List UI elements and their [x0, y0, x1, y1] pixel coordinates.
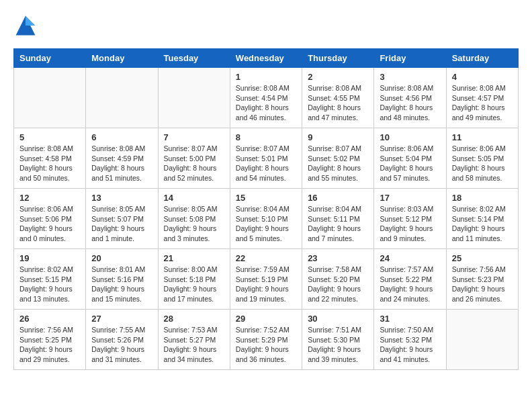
- day-number: 4: [452, 72, 513, 82]
- day-info: Sunrise: 7:50 AM Sunset: 5:32 PM Dayligh…: [380, 325, 440, 365]
- day-number: 27: [91, 314, 152, 324]
- calendar-cell: 24Sunrise: 7:57 AM Sunset: 5:22 PM Dayli…: [374, 249, 446, 310]
- day-number: 18: [452, 193, 513, 203]
- calendar-cell: 5Sunrise: 8:08 AM Sunset: 4:58 PM Daylig…: [14, 128, 86, 189]
- day-number: 1: [236, 72, 296, 82]
- calendar-cell: 3Sunrise: 8:08 AM Sunset: 4:56 PM Daylig…: [374, 68, 446, 128]
- day-number: 12: [19, 193, 80, 203]
- calendar-cell: 30Sunrise: 7:51 AM Sunset: 5:30 PM Dayli…: [302, 310, 374, 370]
- calendar-cell: 25Sunrise: 7:56 AM Sunset: 5:23 PM Dayli…: [446, 249, 518, 310]
- calendar-week-row: 19Sunrise: 8:02 AM Sunset: 5:15 PM Dayli…: [14, 249, 519, 310]
- day-number: 10: [380, 132, 440, 142]
- day-info: Sunrise: 8:05 AM Sunset: 5:08 PM Dayligh…: [164, 204, 224, 244]
- calendar-cell: 20Sunrise: 8:01 AM Sunset: 5:16 PM Dayli…: [86, 249, 158, 310]
- day-info: Sunrise: 8:06 AM Sunset: 5:05 PM Dayligh…: [452, 144, 513, 183]
- calendar-week-row: 1Sunrise: 8:08 AM Sunset: 4:54 PM Daylig…: [14, 68, 519, 128]
- weekday-header-row: SundayMondayTuesdayWednesdayThursdayFrid…: [14, 49, 519, 68]
- day-info: Sunrise: 8:08 AM Sunset: 4:57 PM Dayligh…: [452, 83, 513, 123]
- day-info: Sunrise: 8:08 AM Sunset: 4:59 PM Dayligh…: [91, 144, 152, 183]
- calendar-cell: 15Sunrise: 8:04 AM Sunset: 5:10 PM Dayli…: [230, 189, 302, 249]
- svg-marker-1: [26, 16, 35, 26]
- day-number: 26: [19, 314, 80, 324]
- calendar-week-row: 12Sunrise: 8:06 AM Sunset: 5:06 PM Dayli…: [14, 189, 519, 249]
- day-info: Sunrise: 8:08 AM Sunset: 4:56 PM Dayligh…: [380, 83, 440, 123]
- day-info: Sunrise: 8:06 AM Sunset: 5:04 PM Dayligh…: [380, 144, 440, 183]
- day-number: 7: [164, 132, 224, 142]
- weekday-header-thursday: Thursday: [302, 49, 374, 68]
- logo-icon: [13, 13, 38, 38]
- day-number: 16: [308, 193, 368, 203]
- calendar-cell: [14, 68, 86, 128]
- day-info: Sunrise: 7:56 AM Sunset: 5:25 PM Dayligh…: [19, 325, 80, 365]
- calendar-cell: 31Sunrise: 7:50 AM Sunset: 5:32 PM Dayli…: [374, 310, 446, 370]
- day-number: 2: [308, 72, 368, 82]
- calendar-cell: 11Sunrise: 8:06 AM Sunset: 5:05 PM Dayli…: [446, 128, 518, 189]
- calendar-cell: [158, 68, 230, 128]
- day-number: 14: [164, 193, 224, 203]
- calendar-cell: 12Sunrise: 8:06 AM Sunset: 5:06 PM Dayli…: [14, 189, 86, 249]
- calendar-body: 1Sunrise: 8:08 AM Sunset: 4:54 PM Daylig…: [14, 68, 519, 370]
- calendar-cell: 22Sunrise: 7:59 AM Sunset: 5:19 PM Dayli…: [230, 249, 302, 310]
- weekday-header-tuesday: Tuesday: [158, 49, 230, 68]
- calendar-cell: [86, 68, 158, 128]
- day-number: 8: [236, 132, 296, 142]
- calendar-cell: 18Sunrise: 8:02 AM Sunset: 5:14 PM Dayli…: [446, 189, 518, 249]
- day-info: Sunrise: 7:51 AM Sunset: 5:30 PM Dayligh…: [308, 325, 368, 365]
- weekday-header-monday: Monday: [86, 49, 158, 68]
- day-number: 6: [91, 132, 152, 142]
- weekday-header-wednesday: Wednesday: [230, 49, 302, 68]
- day-info: Sunrise: 8:07 AM Sunset: 5:00 PM Dayligh…: [164, 144, 224, 183]
- day-info: Sunrise: 8:02 AM Sunset: 5:15 PM Dayligh…: [19, 265, 80, 304]
- day-number: 9: [308, 132, 368, 142]
- calendar-cell: 8Sunrise: 8:07 AM Sunset: 5:01 PM Daylig…: [230, 128, 302, 189]
- day-info: Sunrise: 8:02 AM Sunset: 5:14 PM Dayligh…: [452, 204, 513, 244]
- day-number: 11: [452, 132, 513, 142]
- calendar-cell: 21Sunrise: 8:00 AM Sunset: 5:18 PM Dayli…: [158, 249, 230, 310]
- day-number: 31: [380, 314, 440, 324]
- day-info: Sunrise: 8:04 AM Sunset: 5:11 PM Dayligh…: [308, 204, 368, 244]
- day-info: Sunrise: 7:58 AM Sunset: 5:20 PM Dayligh…: [308, 265, 368, 304]
- day-info: Sunrise: 8:07 AM Sunset: 5:02 PM Dayligh…: [308, 144, 368, 183]
- day-info: Sunrise: 8:00 AM Sunset: 5:18 PM Dayligh…: [164, 265, 224, 304]
- calendar-cell: 10Sunrise: 8:06 AM Sunset: 5:04 PM Dayli…: [374, 128, 446, 189]
- day-number: 19: [19, 253, 80, 263]
- calendar-week-row: 26Sunrise: 7:56 AM Sunset: 5:25 PM Dayli…: [14, 310, 519, 370]
- calendar-cell: 9Sunrise: 8:07 AM Sunset: 5:02 PM Daylig…: [302, 128, 374, 189]
- page-header: [13, 13, 519, 38]
- calendar-cell: 16Sunrise: 8:04 AM Sunset: 5:11 PM Dayli…: [302, 189, 374, 249]
- day-number: 29: [236, 314, 296, 324]
- calendar-header: SundayMondayTuesdayWednesdayThursdayFrid…: [14, 49, 519, 68]
- day-info: Sunrise: 8:08 AM Sunset: 4:58 PM Dayligh…: [19, 144, 80, 183]
- day-number: 17: [380, 193, 440, 203]
- day-number: 3: [380, 72, 440, 82]
- calendar-cell: 14Sunrise: 8:05 AM Sunset: 5:08 PM Dayli…: [158, 189, 230, 249]
- day-info: Sunrise: 8:01 AM Sunset: 5:16 PM Dayligh…: [91, 265, 152, 304]
- day-number: 21: [164, 253, 224, 263]
- day-number: 13: [91, 193, 152, 203]
- calendar-cell: [446, 310, 518, 370]
- day-info: Sunrise: 7:52 AM Sunset: 5:29 PM Dayligh…: [236, 325, 296, 365]
- day-number: 30: [308, 314, 368, 324]
- day-number: 22: [236, 253, 296, 263]
- weekday-header-friday: Friday: [374, 49, 446, 68]
- day-info: Sunrise: 7:56 AM Sunset: 5:23 PM Dayligh…: [452, 265, 513, 304]
- day-info: Sunrise: 7:57 AM Sunset: 5:22 PM Dayligh…: [380, 265, 440, 304]
- weekday-header-saturday: Saturday: [446, 49, 518, 68]
- calendar-table: SundayMondayTuesdayWednesdayThursdayFrid…: [13, 48, 519, 370]
- day-info: Sunrise: 8:05 AM Sunset: 5:07 PM Dayligh…: [91, 204, 152, 244]
- calendar-cell: 19Sunrise: 8:02 AM Sunset: 5:15 PM Dayli…: [14, 249, 86, 310]
- day-number: 24: [380, 253, 440, 263]
- calendar-cell: 17Sunrise: 8:03 AM Sunset: 5:12 PM Dayli…: [374, 189, 446, 249]
- calendar-cell: 13Sunrise: 8:05 AM Sunset: 5:07 PM Dayli…: [86, 189, 158, 249]
- calendar-cell: 26Sunrise: 7:56 AM Sunset: 5:25 PM Dayli…: [14, 310, 86, 370]
- day-info: Sunrise: 8:08 AM Sunset: 4:55 PM Dayligh…: [308, 83, 368, 123]
- calendar-cell: 4Sunrise: 8:08 AM Sunset: 4:57 PM Daylig…: [446, 68, 518, 128]
- calendar-cell: 2Sunrise: 8:08 AM Sunset: 4:55 PM Daylig…: [302, 68, 374, 128]
- day-info: Sunrise: 7:59 AM Sunset: 5:19 PM Dayligh…: [236, 265, 296, 304]
- weekday-header-sunday: Sunday: [14, 49, 86, 68]
- day-info: Sunrise: 8:07 AM Sunset: 5:01 PM Dayligh…: [236, 144, 296, 183]
- calendar-cell: 27Sunrise: 7:55 AM Sunset: 5:26 PM Dayli…: [86, 310, 158, 370]
- day-number: 28: [164, 314, 224, 324]
- day-number: 20: [91, 253, 152, 263]
- calendar-cell: 28Sunrise: 7:53 AM Sunset: 5:27 PM Dayli…: [158, 310, 230, 370]
